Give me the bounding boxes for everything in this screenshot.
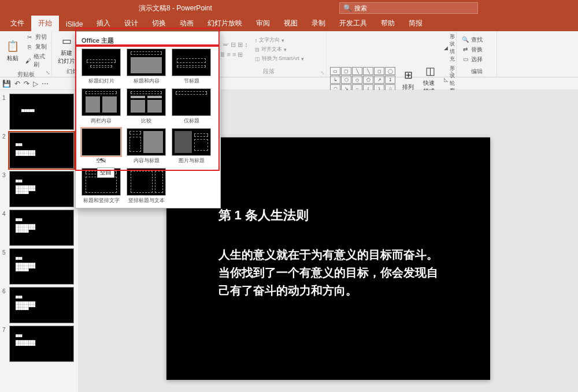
smartart[interactable]: ◫转换为 SmartArt▾ — [254, 54, 305, 63]
paste-button[interactable]: 📋 粘贴 — [3, 38, 22, 64]
layout-vertical-title-text[interactable]: 竖排标题与文本 — [127, 168, 166, 204]
shapes-gallery[interactable]: ▭▢╲╲◻◯ ↳⬡◇⬠↗↧ ◠↘～{}☆ — [330, 67, 395, 92]
tab-record[interactable]: 录制 — [305, 16, 332, 31]
titlebar: 演示文稿8 - PowerPoint 🔍 搜索 — [0, 0, 578, 16]
launcher-icon[interactable]: ⤡ — [46, 70, 50, 76]
align-text[interactable]: ⊟对齐文本▾ — [254, 45, 305, 54]
group-drawing: ▭▢╲╲◻◯ ↳⬡◇⬠↗↧ ◠↘～{}☆ ⊞排列 ◫快速样式 ◢形状填充 ◺形状… — [327, 31, 457, 77]
tab-brief[interactable]: 简报 — [402, 16, 429, 31]
group-label-paragraph: 段落 — [214, 66, 323, 77]
qat-undo[interactable]: ↶ — [14, 80, 20, 88]
tab-design[interactable]: 设计 — [117, 16, 145, 31]
layout-two-content[interactable]: 两栏内容 — [81, 88, 121, 125]
qat-more[interactable]: ⋯ — [42, 80, 49, 88]
cut-button[interactable]: ✂剪切 — [24, 32, 48, 42]
slide-title[interactable]: 第 1 条人生法则 — [218, 207, 438, 224]
tab-transition[interactable]: 切换 — [145, 16, 173, 31]
tab-insert[interactable]: 插入 — [90, 16, 117, 31]
tooltip-blank: 空白 — [97, 167, 114, 178]
launcher-icon[interactable]: ⤡ — [450, 70, 455, 76]
layout-panel-header: Office 主题 — [79, 35, 217, 48]
tab-slideshow[interactable]: 幻灯片放映 — [201, 16, 249, 31]
launcher-icon[interactable]: ⤡ — [320, 70, 325, 76]
tab-developer[interactable]: 开发工具 — [332, 16, 374, 31]
tab-islide[interactable]: iSlide — [59, 17, 90, 31]
tab-view[interactable]: 视图 — [277, 16, 305, 31]
slide-thumb-4[interactable]: ████████████████████████████████████ — [9, 210, 74, 246]
ribbon-tabs: 文件 开始 iSlide 插入 设计 切换 动画 幻灯片放映 审阅 视图 录制 … — [0, 16, 578, 31]
search-icon: 🔍 — [343, 4, 352, 12]
select-icon: ▭ — [461, 56, 469, 62]
slide-body[interactable]: 人生的意义就在于为有意义的目标而奋斗。当你找到了一个有意义的目标，你会发现自己有… — [218, 246, 438, 300]
slide-thumb-2[interactable]: ████████████████████████████ — [9, 132, 74, 169]
copy-icon: ⎘ — [25, 44, 34, 50]
layout-section-header[interactable]: 节标题 — [172, 48, 211, 85]
arrange-button[interactable]: ⊞排列 — [399, 67, 417, 92]
shape-fill[interactable]: ◢形状填充 — [443, 32, 457, 64]
layout-comparison[interactable]: 比较 — [127, 88, 166, 125]
qat-slideshow[interactable]: ▷ — [33, 80, 38, 88]
search-box[interactable]: 🔍 搜索 — [339, 2, 478, 14]
find-button[interactable]: 🔍查找 — [460, 35, 484, 44]
layout-title-slide[interactable]: 标题幻灯片 — [81, 48, 121, 85]
new-slide-icon: ▭ — [60, 34, 73, 48]
slide-thumb-6[interactable]: ████████████████████████████████████ — [9, 287, 74, 323]
layout-picture-caption[interactable]: 图片与标题 — [172, 128, 211, 165]
format-painter-button[interactable]: 🖌格式刷 — [24, 52, 48, 69]
group-clipboard: 📋 粘贴 ✂剪切 ⎘复制 🖌格式刷 剪贴板 ⤡ — [0, 31, 52, 77]
copy-button[interactable]: ⎘复制 — [24, 42, 48, 51]
replace-button[interactable]: ⇄替换 — [460, 45, 484, 54]
tab-home[interactable]: 开始 — [31, 16, 59, 31]
new-slide-button[interactable]: ▭ 新建 幻灯片 — [55, 33, 77, 66]
group-editing: 🔍查找 ⇄替换 ▭选择 编辑 — [457, 31, 497, 77]
tab-help[interactable]: 帮助 — [374, 16, 402, 31]
ribbon: 📋 粘贴 ✂剪切 ⎘复制 🖌格式刷 剪贴板 ⤡ ▭ 新建 幻灯片 ▦版式▾ 幻灯… — [0, 31, 578, 77]
layout-panel: Office 主题 标题幻灯片 标题和内容 节标题 两栏内容 比较 仅标题 空白… — [75, 31, 221, 208]
text-direction[interactable]: ↕文字方向▾ — [254, 36, 305, 44]
select-button[interactable]: ▭选择 — [460, 55, 484, 64]
search-placeholder: 搜索 — [354, 4, 367, 13]
tab-animation[interactable]: 动画 — [173, 16, 201, 31]
layout-title-only[interactable]: 仅标题 — [172, 88, 211, 125]
arrange-icon: ⊞ — [401, 68, 415, 82]
paste-icon: 📋 — [6, 39, 20, 53]
group-label-editing: 编辑 — [460, 66, 493, 77]
qat-save[interactable]: 💾 — [2, 80, 11, 88]
slide-thumb-3[interactable]: ████████████████████████████████████ — [9, 171, 74, 207]
tab-review[interactable]: 审阅 — [249, 16, 277, 31]
document-title: 演示文稿8 - PowerPoint — [139, 3, 212, 13]
group-paragraph: ≔ ≕ ⊟ ⊞ ↕ ≡ ≣ ≡ ≡ ⊞ ↕文字方向▾ ⊟对齐文本▾ ◫转换为 S… — [211, 31, 327, 77]
thumbnail-panel[interactable]: 1████████ 2████████████████████████████ … — [0, 90, 78, 392]
styles-icon: ◫ — [423, 64, 437, 78]
slide-thumb-7[interactable]: ████████████████████████████ — [9, 326, 74, 362]
qat-redo[interactable]: ↷ — [24, 80, 29, 88]
slide-thumb-5[interactable]: ████████████████████████████████████ — [9, 248, 74, 285]
group-label-clipboard: 剪贴板 — [3, 69, 48, 80]
cut-icon: ✂ — [25, 34, 34, 40]
layout-content-caption[interactable]: 内容与标题 — [127, 128, 166, 165]
tab-file[interactable]: 文件 — [3, 16, 31, 31]
layout-title-content[interactable]: 标题和内容 — [127, 48, 166, 85]
brush-icon: 🖌 — [25, 58, 32, 64]
slide-thumb-1[interactable]: ████████ — [9, 94, 74, 130]
find-icon: 🔍 — [461, 36, 469, 43]
replace-icon: ⇄ — [461, 46, 469, 53]
